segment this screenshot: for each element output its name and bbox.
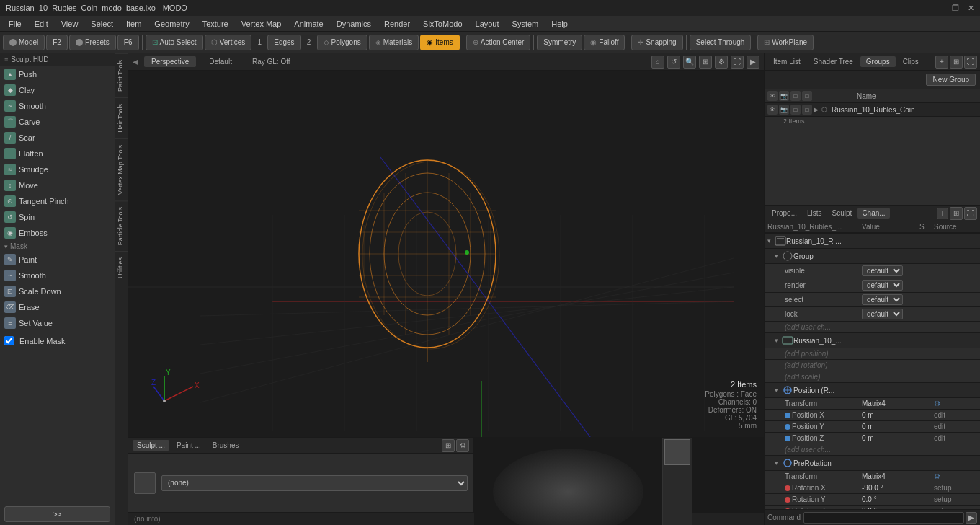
ch-add-pos-text[interactable]: (add position) [785, 350, 829, 358]
workplane-btn[interactable]: ⊞ WorkPlane [757, 35, 814, 50]
side-tab-paint[interactable]: Paint Tools [115, 53, 128, 97]
menu-sixtomodo[interactable]: SixToModo [417, 18, 468, 30]
menu-select[interactable]: Select [85, 18, 119, 30]
btm-tab-paint[interactable]: Paint ... [172, 440, 205, 451]
tool-move[interactable]: ↕ Move [0, 177, 115, 193]
menu-vertex-map[interactable]: Vertex Map [236, 18, 288, 30]
g-row-sq2[interactable]: □ [802, 105, 812, 115]
vp-tab-raygl[interactable]: Ray GL: Off [245, 56, 298, 67]
tool-smooth-2[interactable]: ~ Smooth [0, 268, 115, 283]
btm-tab-brushes[interactable]: Brushes [208, 440, 244, 451]
rp-fullscreen-btn[interactable]: ⛶ [964, 56, 977, 69]
ch-group-mesh[interactable]: ▾ Russian_10_... [765, 333, 980, 348]
preset-select[interactable]: (none) [161, 475, 468, 491]
tool-tangent-pinch[interactable]: ⊙ Tangent Pinch [0, 193, 115, 209]
vp-next-btn[interactable]: ▶ [747, 56, 760, 69]
btm-expand-btn[interactable]: ⊞ [442, 439, 455, 452]
vp-tab-perspective[interactable]: Perspective [144, 56, 196, 67]
command-input[interactable] [803, 512, 964, 524]
btm-tab-sculpt[interactable]: Sculpt ... [133, 440, 169, 451]
ch-row-add-user-pos[interactable]: (add user ch... [765, 444, 980, 456]
maximize-btn[interactable]: ❐ [952, 4, 959, 13]
edges-btn[interactable]: Edges [267, 35, 300, 50]
vertices-btn[interactable]: ⬡ Vertices [205, 35, 252, 50]
tool-spin[interactable]: ↺ Spin [0, 209, 115, 225]
rp-tab-shadertree[interactable]: Shader Tree [808, 56, 859, 67]
polygons-btn[interactable]: ◇ Polygons [317, 35, 368, 50]
enable-mask-item[interactable]: Enable Mask [0, 334, 115, 348]
tool-paint[interactable]: ✎ Paint [0, 252, 115, 268]
close-btn[interactable]: ✕ [968, 4, 974, 13]
menu-edit[interactable]: Edit [29, 18, 54, 30]
btm-settings-btn[interactable]: ⚙ [456, 439, 469, 452]
tool-push[interactable]: ▲ Push [0, 66, 115, 82]
ch-row-add-user[interactable]: (add user ch... [765, 322, 980, 333]
menu-help[interactable]: Help [545, 18, 574, 30]
tool-clay[interactable]: ◆ Clay [0, 82, 115, 98]
f2-btn[interactable]: F2 [46, 35, 68, 50]
menu-item[interactable]: Item [120, 18, 147, 30]
menu-texture[interactable]: Texture [197, 18, 234, 30]
ch-pos-y-edit[interactable]: edit [934, 423, 977, 431]
ch-fullscreen-btn[interactable]: ⛶ [964, 207, 977, 220]
ch-root-expand[interactable]: ▾ [767, 237, 775, 244]
new-group-btn[interactable]: New Group [926, 74, 976, 86]
ch-select-select[interactable]: default [862, 294, 903, 305]
side-tab-hair[interactable]: Hair Tools [115, 97, 128, 138]
rp-tab-clips[interactable]: Clips [897, 56, 925, 67]
ch-tab-chan[interactable]: Chan... [858, 208, 889, 219]
menu-layout[interactable]: Layout [470, 18, 505, 30]
ch-transform-gear[interactable]: ⚙ [934, 400, 977, 407]
tool-smooth-1[interactable]: ~ Smooth [0, 98, 115, 114]
ch-rot-x-edit[interactable]: setup [934, 484, 977, 492]
menu-dynamics[interactable]: Dynamics [331, 18, 377, 30]
ch-row-add-scale[interactable]: (add scale) [765, 371, 980, 383]
tool-erase[interactable]: ⌫ Erase [0, 299, 115, 315]
tool-carve[interactable]: ⌒ Carve [0, 114, 115, 130]
group-row-main[interactable]: 👁 📷 □ □ ▶ ⬡ Russian_10_Rubles_Coin [765, 103, 980, 117]
select-through-btn[interactable]: Select Through [690, 35, 752, 50]
items-btn[interactable]: ◉ Items [420, 35, 459, 50]
cmd-execute-btn[interactable]: ▶ [966, 512, 977, 524]
ch-pos-z-edit[interactable]: edit [934, 434, 977, 442]
vp-expand-btn[interactable]: ⊞ [699, 56, 712, 69]
ch-pos-expand[interactable]: ▾ [775, 387, 782, 394]
auto-select-btn[interactable]: ⊡ Auto Select [146, 35, 203, 50]
ch-tab-lists[interactable]: Lists [803, 208, 827, 219]
ch-group-prerotation[interactable]: ▾ PreRotation [765, 456, 980, 471]
menu-file[interactable]: File [3, 18, 27, 30]
side-tab-utilities[interactable]: Utilities [115, 251, 128, 284]
side-tab-particle[interactable]: Particle Tools [115, 200, 128, 251]
side-tab-vertex-map[interactable]: Vertex Map Tools [115, 138, 128, 200]
minimize-btn[interactable]: — [935, 4, 943, 13]
g-row-sq1[interactable]: □ [790, 105, 801, 115]
f6-btn[interactable]: F6 [117, 35, 139, 50]
brush-mini-1[interactable] [664, 439, 690, 465]
ch-row-add-pos[interactable]: (add position) [765, 348, 980, 360]
ch-lock-select[interactable]: default [862, 309, 903, 319]
tool-scale-down[interactable]: ⊡ Scale Down [0, 283, 115, 299]
vp-refresh-btn[interactable]: ↺ [667, 56, 680, 69]
ch-tab-properties[interactable]: Prope... [767, 208, 801, 219]
menu-render[interactable]: Render [378, 18, 416, 30]
ch-add-btn[interactable]: + [937, 208, 948, 219]
g-icon-eye[interactable]: 👁 [767, 91, 778, 101]
expand-tools-btn[interactable]: >> [4, 506, 110, 522]
menu-view[interactable]: View [55, 18, 84, 30]
ch-prerot-expand[interactable]: ▾ [775, 459, 782, 467]
ch-render-select[interactable]: default [862, 280, 903, 291]
rp-tab-groups[interactable]: Groups [860, 56, 896, 67]
ch-add-rot-text[interactable]: (add rotation) [785, 361, 827, 369]
vp-tab-default[interactable]: Default [202, 56, 239, 67]
ch-add-user-text[interactable]: (add user ch... [785, 323, 831, 331]
rp-add-btn[interactable]: + [935, 56, 948, 69]
vp-nav-left[interactable]: ◀ [133, 58, 138, 66]
falloff-btn[interactable]: ◉ Falloff [584, 35, 625, 50]
ch-group-position[interactable]: ▾ Position (R... [765, 383, 980, 398]
rp-tab-itemlist[interactable]: Item List [767, 56, 806, 67]
symmetry-btn[interactable]: Symmetry [537, 35, 582, 50]
g-icon-cam[interactable]: 📷 [779, 91, 789, 101]
g-icon-lock1[interactable]: □ [790, 91, 801, 101]
vp-home-btn[interactable]: ⌂ [651, 56, 664, 69]
ch-expand-btn[interactable]: ⊞ [950, 207, 963, 220]
